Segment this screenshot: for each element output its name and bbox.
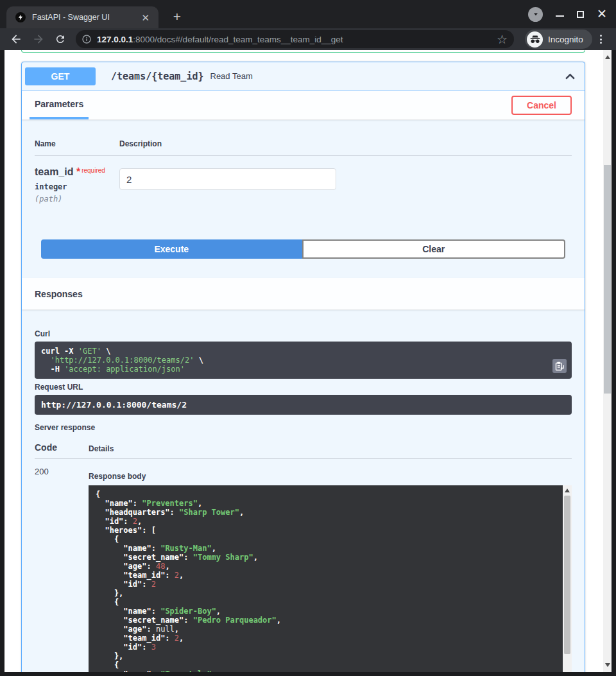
server-response-label: Server response (35, 423, 572, 432)
tab-parameters[interactable]: Parameters (30, 91, 89, 119)
tab-title: FastAPI - Swagger UI (32, 13, 139, 22)
page-scrollbar-thumb[interactable] (604, 165, 611, 394)
code-column-header: Code (35, 442, 89, 453)
curl-command: curl -X 'GET' \ 'http://127.0.0.1:8000/t… (41, 347, 546, 374)
request-url-value: http://127.0.0.1:8000/teams/2 (41, 400, 565, 410)
incognito-icon (527, 31, 543, 48)
tab-close-icon[interactable]: ✕ (139, 12, 152, 24)
browser-toolbar: 127.0.0.1:8000/docs#/default/read_team_t… (0, 28, 616, 50)
details-column-header: Details (89, 444, 572, 453)
response-body-json: { "name": "Preventers", "headquarters": … (89, 485, 572, 672)
curl-block: curl -X 'GET' \ 'http://127.0.0.1:8000/t… (35, 342, 572, 379)
page-scrollbar[interactable] (603, 50, 612, 672)
reload-button[interactable] (53, 32, 67, 46)
minimize-button[interactable] (556, 15, 564, 17)
responses-header: Responses (22, 278, 585, 310)
execute-button[interactable]: Execute (41, 239, 302, 259)
required-star: * (76, 166, 80, 177)
address-bar[interactable]: 127.0.0.1:8000/docs#/default/read_team_t… (76, 30, 514, 48)
response-row: 200 Response body { "name": "Preventers"… (35, 459, 572, 672)
page-scroll-up-icon[interactable] (605, 55, 610, 59)
op-path: /teams/{team_id} (111, 71, 204, 82)
new-tab-button[interactable]: + (168, 8, 186, 26)
copy-to-clipboard-icon[interactable] (552, 359, 567, 373)
status-code: 200 (35, 467, 89, 672)
param-location: (path) (35, 195, 119, 204)
incognito-badge: Incognito (525, 30, 592, 49)
responses-body: Curl curl -X 'GET' \ 'http://127.0.0.1:8… (22, 310, 585, 672)
responses-title: Responses (35, 289, 83, 299)
browser-titlebar: FastAPI - Swagger UI ✕ + ✕ (0, 0, 616, 28)
swagger-page: GET /teams/{team_id} Read Team Parameter… (4, 50, 612, 672)
opblock-get-read-team: GET /teams/{team_id} Read Team Parameter… (21, 62, 585, 672)
scrollbar-thumb[interactable] (564, 496, 570, 654)
tab-search-icon[interactable] (528, 7, 543, 22)
browser-menu-icon[interactable] (600, 35, 602, 44)
maximize-button[interactable] (577, 11, 584, 18)
page-scroll-down-icon[interactable] (605, 663, 610, 667)
bookmark-star-icon[interactable]: ☆ (497, 33, 508, 46)
parameters-header: Parameters Cancel (22, 91, 585, 120)
method-badge: GET (25, 67, 96, 85)
response-body-scrollbar[interactable] (563, 485, 572, 672)
required-label: required (81, 167, 105, 174)
request-url-block: http://127.0.0.1:8000/teams/2 (35, 395, 572, 415)
param-type: integer (35, 183, 119, 191)
response-body-label: Response body (89, 472, 572, 481)
window-close-button[interactable]: ✕ (597, 8, 607, 20)
team-id-input[interactable] (119, 168, 336, 190)
url-text: 127.0.0.1:8000/docs#/default/read_team_t… (97, 35, 497, 44)
site-info-icon[interactable] (81, 34, 92, 44)
curl-label: Curl (35, 329, 572, 338)
response-body-block: { "name": "Preventers", "headquarters": … (89, 485, 572, 672)
parameter-row: team_id *required integer (path) (35, 156, 572, 204)
clear-button[interactable]: Clear (302, 239, 566, 259)
request-url-label: Request URL (35, 383, 572, 392)
col-name-header: Name (35, 139, 119, 148)
back-button[interactable] (9, 32, 23, 46)
col-description-header: Description (119, 139, 572, 148)
forward-button[interactable] (31, 32, 46, 46)
parameters-body: Name Description team_id *required integ… (22, 139, 585, 278)
previous-opblock-edge (21, 50, 585, 53)
scroll-up-icon[interactable] (565, 489, 570, 492)
param-name: team_id *required (35, 166, 119, 178)
browser-tab[interactable]: FastAPI - Swagger UI ✕ (6, 6, 158, 28)
collapse-chevron-icon[interactable] (565, 72, 576, 81)
cancel-button[interactable]: Cancel (511, 96, 572, 115)
op-summary-text: Read Team (210, 71, 253, 81)
fastapi-favicon-icon (15, 12, 26, 22)
opblock-summary[interactable]: GET /teams/{team_id} Read Team (22, 62, 585, 91)
